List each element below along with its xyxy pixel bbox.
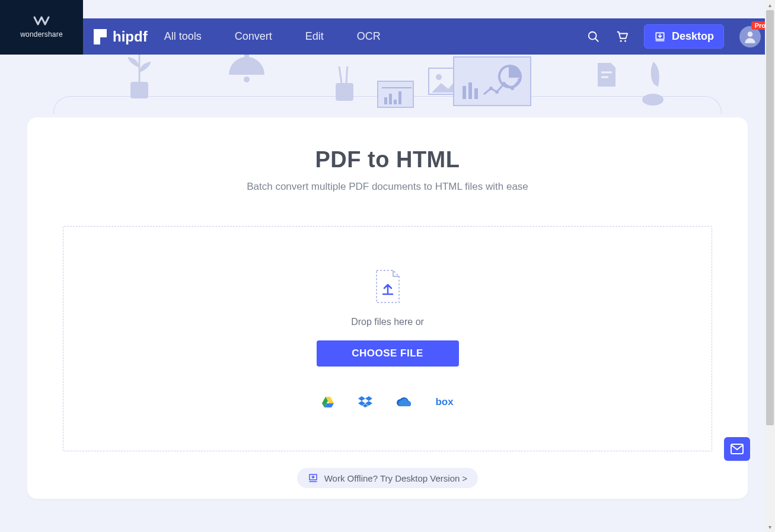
header-bar: wondershare hipdf All tools Convert Edit… [0,0,775,55]
nav-ocr[interactable]: OCR [357,30,381,43]
scrollbar-up-arrow[interactable]: ▴ [765,0,775,10]
svg-point-9 [244,77,250,82]
pencil-cup-icon [331,66,358,102]
svg-point-2 [589,31,597,39]
onedrive-icon[interactable] [396,397,412,407]
svg-rect-14 [389,94,392,104]
svg-rect-1 [100,37,107,44]
scrollbar-thumb[interactable] [766,10,774,425]
svg-line-10 [339,66,342,83]
nav-all-tools[interactable]: All tools [164,30,202,43]
wondershare-logo-icon [33,16,50,27]
small-chart-card-icon [377,81,414,108]
svg-point-5 [624,40,626,42]
box-icon[interactable]: box [435,396,453,408]
svg-rect-19 [463,86,466,99]
nav-items: All tools Convert Edit OCR [164,30,381,43]
work-offline-link[interactable]: Work Offline? Try Desktop Version > [297,468,479,488]
svg-point-25 [511,87,514,90]
cart-icon [615,30,629,43]
file-dropzone[interactable]: Drop files here or CHOOSE FILE box [63,226,712,451]
svg-rect-20 [468,82,472,99]
document-icon [597,62,617,88]
svg-point-24 [502,82,506,85]
svg-line-3 [595,38,599,42]
svg-rect-7 [130,82,148,98]
search-button[interactable] [587,30,600,43]
hipdf-logo-text: hipdf [113,28,148,45]
nav-actions: Desktop Pro [587,24,761,49]
svg-line-11 [346,66,347,83]
wondershare-brand-text: wondershare [20,30,63,39]
search-icon [587,30,600,43]
svg-point-18 [436,74,442,80]
svg-rect-16 [398,91,401,104]
dashboard-card-icon [453,56,531,106]
nav-bar: hipdf All tools Convert Edit OCR Desktop [83,18,775,55]
user-avatar-wrap[interactable]: Pro [739,26,761,47]
desktop-button[interactable]: Desktop [644,24,724,49]
cloud-providers: box [321,396,453,408]
cart-button[interactable] [615,30,629,43]
svg-rect-15 [394,100,397,104]
drop-text: Drop files here or [351,317,424,327]
desktop-download-icon [308,473,318,483]
svg-point-23 [495,90,499,94]
nav-edit[interactable]: Edit [305,30,324,43]
mail-icon [731,444,744,454]
upload-file-icon [374,269,401,304]
svg-rect-12 [336,83,353,101]
hipdf-logo-icon [94,29,107,44]
lamp-icon [223,55,270,88]
hero-decoration [0,55,775,117]
svg-point-26 [518,78,521,82]
svg-rect-8 [244,55,249,60]
page-subtitle: Batch convert multiple PDF documents to … [63,181,712,193]
work-offline-label: Work Offline? Try Desktop Version > [324,473,468,483]
page-title: PDF to HTML [63,147,712,173]
download-icon [654,31,666,43]
svg-point-6 [748,31,753,37]
hipdf-logo[interactable]: hipdf [94,28,148,45]
svg-rect-21 [474,88,478,99]
feedback-mail-button[interactable] [724,437,750,461]
svg-point-4 [620,40,622,42]
svg-point-22 [489,87,493,90]
choose-file-button[interactable]: CHOOSE FILE [317,340,459,367]
wondershare-brand[interactable]: wondershare [0,0,83,55]
top-strip [83,0,775,18]
plant-icon [119,55,160,106]
header-right: hipdf All tools Convert Edit OCR Desktop [83,0,775,55]
quill-icon [638,60,668,107]
nav-convert[interactable]: Convert [235,30,272,43]
google-drive-icon[interactable] [321,396,334,408]
dropbox-icon[interactable] [358,396,372,408]
scrollbar-down-arrow[interactable]: ▾ [765,522,775,532]
avatar-icon [742,29,758,44]
scrollbar[interactable]: ▴ ▾ [765,0,775,532]
desktop-button-label: Desktop [672,30,714,43]
svg-rect-13 [384,97,387,104]
svg-point-29 [642,94,664,106]
main-card: PDF to HTML Batch convert multiple PDF d… [27,117,748,499]
